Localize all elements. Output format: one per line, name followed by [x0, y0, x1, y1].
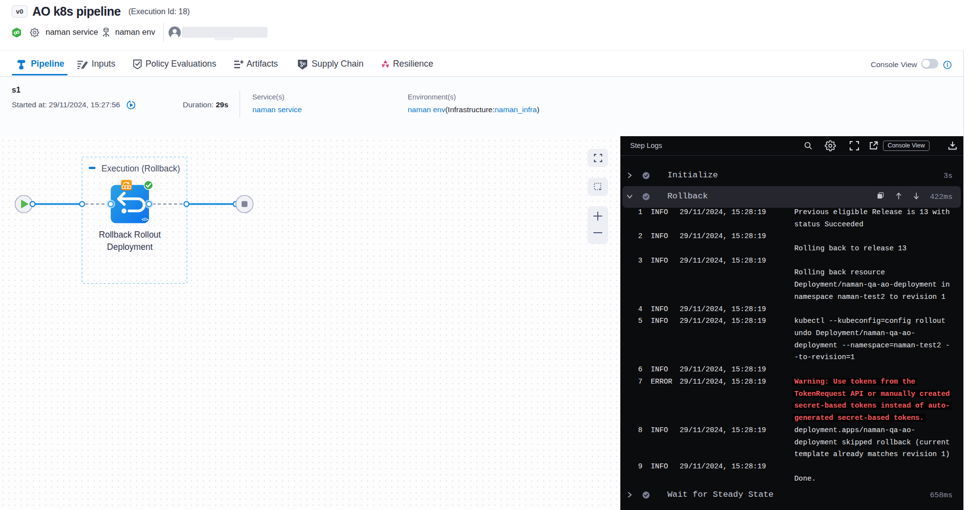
svg-text:Deployment: Deployment	[107, 242, 153, 252]
svg-text:Execution (Rollback): Execution (Rollback)	[101, 164, 180, 173]
svg-text:</>: </>	[142, 217, 148, 222]
svg-text:Rollback Rollout: Rollback Rollout	[99, 230, 161, 240]
